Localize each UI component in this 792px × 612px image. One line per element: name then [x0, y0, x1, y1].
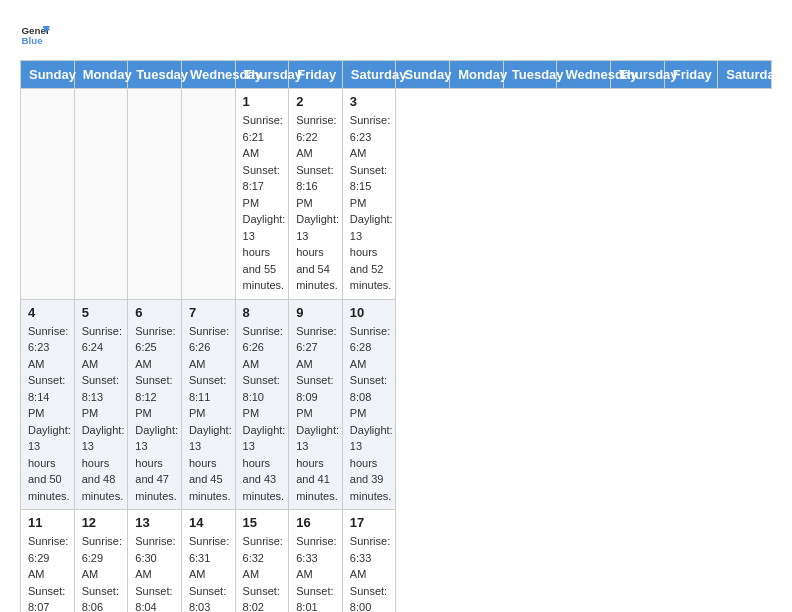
day-number: 11 — [28, 515, 67, 530]
calendar-cell — [21, 89, 75, 300]
col-header-thursday: Thursday — [235, 61, 289, 89]
logo-icon: General Blue — [20, 20, 50, 50]
calendar-cell: 8Sunrise: 6:26 AMSunset: 8:10 PMDaylight… — [235, 299, 289, 510]
calendar-header-row: SundayMondayTuesdayWednesdayThursdayFrid… — [21, 61, 772, 89]
day-number: 1 — [243, 94, 282, 109]
calendar-cell: 2Sunrise: 6:22 AMSunset: 8:16 PMDaylight… — [289, 89, 343, 300]
calendar-cell: 6Sunrise: 6:25 AMSunset: 8:12 PMDaylight… — [128, 299, 182, 510]
calendar-cell — [181, 89, 235, 300]
col-header-sunday: Sunday — [396, 61, 450, 89]
col-header-monday: Monday — [450, 61, 504, 89]
day-info: Sunrise: 6:29 AMSunset: 8:07 PMDaylight:… — [28, 533, 67, 612]
calendar-cell: 5Sunrise: 6:24 AMSunset: 8:13 PMDaylight… — [74, 299, 128, 510]
day-number: 8 — [243, 305, 282, 320]
day-number: 12 — [82, 515, 121, 530]
logo: General Blue — [20, 20, 50, 50]
col-header-saturday: Saturday — [718, 61, 772, 89]
day-info: Sunrise: 6:23 AMSunset: 8:15 PMDaylight:… — [350, 112, 389, 294]
calendar-cell: 14Sunrise: 6:31 AMSunset: 8:03 PMDayligh… — [181, 510, 235, 613]
day-info: Sunrise: 6:31 AMSunset: 8:03 PMDaylight:… — [189, 533, 228, 612]
day-number: 3 — [350, 94, 389, 109]
svg-text:Blue: Blue — [22, 35, 44, 46]
day-info: Sunrise: 6:30 AMSunset: 8:04 PMDaylight:… — [135, 533, 174, 612]
calendar-cell: 9Sunrise: 6:27 AMSunset: 8:09 PMDaylight… — [289, 299, 343, 510]
calendar-cell: 4Sunrise: 6:23 AMSunset: 8:14 PMDaylight… — [21, 299, 75, 510]
header-area: General Blue — [20, 20, 772, 50]
col-header-tuesday: Tuesday — [128, 61, 182, 89]
day-number: 13 — [135, 515, 174, 530]
col-header-wednesday: Wednesday — [557, 61, 611, 89]
day-number: 16 — [296, 515, 335, 530]
day-info: Sunrise: 6:26 AMSunset: 8:10 PMDaylight:… — [243, 323, 282, 505]
day-number: 9 — [296, 305, 335, 320]
day-info: Sunrise: 6:33 AMSunset: 8:01 PMDaylight:… — [296, 533, 335, 612]
day-info: Sunrise: 6:29 AMSunset: 8:06 PMDaylight:… — [82, 533, 121, 612]
col-header-monday: Monday — [74, 61, 128, 89]
day-info: Sunrise: 6:26 AMSunset: 8:11 PMDaylight:… — [189, 323, 228, 505]
day-info: Sunrise: 6:23 AMSunset: 8:14 PMDaylight:… — [28, 323, 67, 505]
day-number: 17 — [350, 515, 389, 530]
calendar-cell — [128, 89, 182, 300]
day-number: 4 — [28, 305, 67, 320]
calendar-week-row: 4Sunrise: 6:23 AMSunset: 8:14 PMDaylight… — [21, 299, 772, 510]
day-info: Sunrise: 6:27 AMSunset: 8:09 PMDaylight:… — [296, 323, 335, 505]
col-header-sunday: Sunday — [21, 61, 75, 89]
col-header-wednesday: Wednesday — [181, 61, 235, 89]
day-info: Sunrise: 6:33 AMSunset: 8:00 PMDaylight:… — [350, 533, 389, 612]
day-number: 2 — [296, 94, 335, 109]
day-number: 14 — [189, 515, 228, 530]
calendar-cell: 11Sunrise: 6:29 AMSunset: 8:07 PMDayligh… — [21, 510, 75, 613]
col-header-friday: Friday — [289, 61, 343, 89]
day-number: 6 — [135, 305, 174, 320]
day-info: Sunrise: 6:22 AMSunset: 8:16 PMDaylight:… — [296, 112, 335, 294]
day-number: 10 — [350, 305, 389, 320]
day-info: Sunrise: 6:24 AMSunset: 8:13 PMDaylight:… — [82, 323, 121, 505]
calendar-cell: 17Sunrise: 6:33 AMSunset: 8:00 PMDayligh… — [342, 510, 396, 613]
calendar-cell: 15Sunrise: 6:32 AMSunset: 8:02 PMDayligh… — [235, 510, 289, 613]
day-info: Sunrise: 6:21 AMSunset: 8:17 PMDaylight:… — [243, 112, 282, 294]
calendar-cell: 12Sunrise: 6:29 AMSunset: 8:06 PMDayligh… — [74, 510, 128, 613]
calendar-cell: 1Sunrise: 6:21 AMSunset: 8:17 PMDaylight… — [235, 89, 289, 300]
col-header-friday: Friday — [664, 61, 718, 89]
calendar-cell: 3Sunrise: 6:23 AMSunset: 8:15 PMDaylight… — [342, 89, 396, 300]
day-number: 15 — [243, 515, 282, 530]
col-header-thursday: Thursday — [611, 61, 665, 89]
day-info: Sunrise: 6:28 AMSunset: 8:08 PMDaylight:… — [350, 323, 389, 505]
day-info: Sunrise: 6:32 AMSunset: 8:02 PMDaylight:… — [243, 533, 282, 612]
day-number: 7 — [189, 305, 228, 320]
calendar-table: SundayMondayTuesdayWednesdayThursdayFrid… — [20, 60, 772, 612]
calendar-cell: 16Sunrise: 6:33 AMSunset: 8:01 PMDayligh… — [289, 510, 343, 613]
col-header-saturday: Saturday — [342, 61, 396, 89]
day-info: Sunrise: 6:25 AMSunset: 8:12 PMDaylight:… — [135, 323, 174, 505]
calendar-cell: 13Sunrise: 6:30 AMSunset: 8:04 PMDayligh… — [128, 510, 182, 613]
calendar-cell: 10Sunrise: 6:28 AMSunset: 8:08 PMDayligh… — [342, 299, 396, 510]
calendar-cell: 7Sunrise: 6:26 AMSunset: 8:11 PMDaylight… — [181, 299, 235, 510]
calendar-week-row: 1Sunrise: 6:21 AMSunset: 8:17 PMDaylight… — [21, 89, 772, 300]
col-header-tuesday: Tuesday — [503, 61, 557, 89]
day-number: 5 — [82, 305, 121, 320]
calendar-cell — [74, 89, 128, 300]
calendar-week-row: 11Sunrise: 6:29 AMSunset: 8:07 PMDayligh… — [21, 510, 772, 613]
